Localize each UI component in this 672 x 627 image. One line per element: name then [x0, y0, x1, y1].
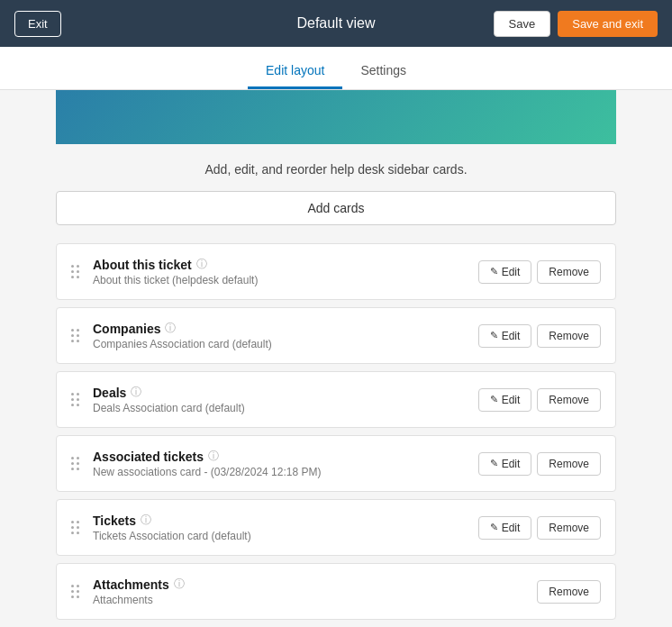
- card-subtitle: New associations card - (03/28/2024 12:1…: [93, 466, 468, 478]
- card-info: Attachments ⓘ Attachments: [93, 577, 526, 606]
- tab-settings[interactable]: Settings: [342, 54, 424, 89]
- card-name: About this ticket: [93, 258, 192, 272]
- card-name: Tickets: [93, 513, 136, 528]
- remove-button[interactable]: Remove: [537, 324, 601, 348]
- drag-handle[interactable]: [71, 457, 82, 470]
- card-name: Companies: [93, 322, 160, 336]
- drag-handle[interactable]: [71, 585, 82, 598]
- card-item: Companies ⓘ Companies Association card (…: [56, 307, 616, 364]
- info-icon[interactable]: ⓘ: [131, 385, 141, 400]
- info-icon[interactable]: ⓘ: [141, 513, 151, 528]
- main-content: Add, edit, and reorder help desk sidebar…: [0, 144, 672, 627]
- drag-handle[interactable]: [71, 265, 82, 278]
- header: Exit Default view Save Save and exit: [0, 0, 672, 47]
- info-icon[interactable]: ⓘ: [174, 577, 185, 592]
- card-name: Deals: [93, 386, 126, 400]
- card-subtitle: Tickets Association card (default): [93, 530, 468, 542]
- tabs: Edit layout Settings: [0, 47, 672, 90]
- card-actions: ✎Edit Remove: [478, 452, 601, 476]
- drag-handle[interactable]: [71, 393, 82, 406]
- description-text: Add, edit, and reorder help desk sidebar…: [56, 162, 616, 177]
- remove-button[interactable]: Remove: [537, 388, 601, 412]
- info-icon[interactable]: ⓘ: [208, 449, 219, 464]
- exit-button[interactable]: Exit: [14, 11, 61, 37]
- drag-handle[interactable]: [71, 521, 82, 534]
- card-actions: ✎Edit Remove: [478, 324, 601, 348]
- card-item: Associated tickets ⓘ New associations ca…: [56, 435, 616, 492]
- edit-button[interactable]: ✎Edit: [478, 516, 532, 540]
- card-item: Attachments ⓘ Attachments Remove: [56, 563, 616, 620]
- card-name: Attachments: [93, 577, 169, 592]
- card-actions: ✎Edit Remove: [478, 260, 601, 284]
- card-actions: ✎Edit Remove: [478, 516, 601, 540]
- page-title: Default view: [296, 15, 375, 32]
- card-info: Associated tickets ⓘ New associations ca…: [93, 449, 468, 478]
- pencil-icon: ✎: [490, 266, 498, 277]
- edit-button[interactable]: ✎Edit: [478, 388, 532, 412]
- card-subtitle: Deals Association card (default): [93, 402, 468, 414]
- edit-button[interactable]: ✎Edit: [478, 324, 532, 348]
- remove-button[interactable]: Remove: [537, 260, 601, 284]
- remove-button[interactable]: Remove: [537, 580, 601, 604]
- header-actions: Save Save and exit: [494, 11, 658, 37]
- card-subtitle: Attachments: [93, 594, 526, 606]
- info-icon[interactable]: ⓘ: [165, 321, 176, 336]
- info-icon[interactable]: ⓘ: [196, 257, 207, 272]
- edit-button[interactable]: ✎Edit: [478, 260, 532, 284]
- pencil-icon: ✎: [490, 330, 498, 341]
- card-name: Associated tickets: [93, 450, 204, 464]
- remove-button[interactable]: Remove: [537, 452, 601, 476]
- drag-handle[interactable]: [71, 329, 82, 342]
- edit-button[interactable]: ✎Edit: [478, 452, 532, 476]
- remove-button[interactable]: Remove: [537, 516, 601, 540]
- card-actions: ✎Edit Remove: [478, 388, 601, 412]
- card-info: Companies ⓘ Companies Association card (…: [93, 321, 468, 350]
- pencil-icon: ✎: [490, 394, 498, 405]
- card-subtitle: About this ticket (helpdesk default): [93, 274, 468, 286]
- card-subtitle: Companies Association card (default): [93, 338, 468, 350]
- save-button[interactable]: Save: [494, 11, 551, 37]
- card-info: Deals ⓘ Deals Association card (default): [93, 385, 468, 414]
- save-and-exit-button[interactable]: Save and exit: [558, 11, 658, 37]
- card-actions: Remove: [537, 580, 601, 604]
- card-item: Deals ⓘ Deals Association card (default)…: [56, 371, 616, 428]
- pencil-icon: ✎: [490, 458, 498, 469]
- card-info: Tickets ⓘ Tickets Association card (defa…: [93, 513, 468, 542]
- tab-edit-layout[interactable]: Edit layout: [248, 54, 342, 89]
- add-cards-button[interactable]: Add cards: [56, 191, 616, 225]
- pencil-icon: ✎: [490, 522, 498, 533]
- card-item: Tickets ⓘ Tickets Association card (defa…: [56, 499, 616, 556]
- cards-list: About this ticket ⓘ About this ticket (h…: [56, 243, 616, 620]
- card-info: About this ticket ⓘ About this ticket (h…: [93, 257, 468, 286]
- card-item: About this ticket ⓘ About this ticket (h…: [56, 243, 616, 300]
- hero-banner: [56, 90, 616, 144]
